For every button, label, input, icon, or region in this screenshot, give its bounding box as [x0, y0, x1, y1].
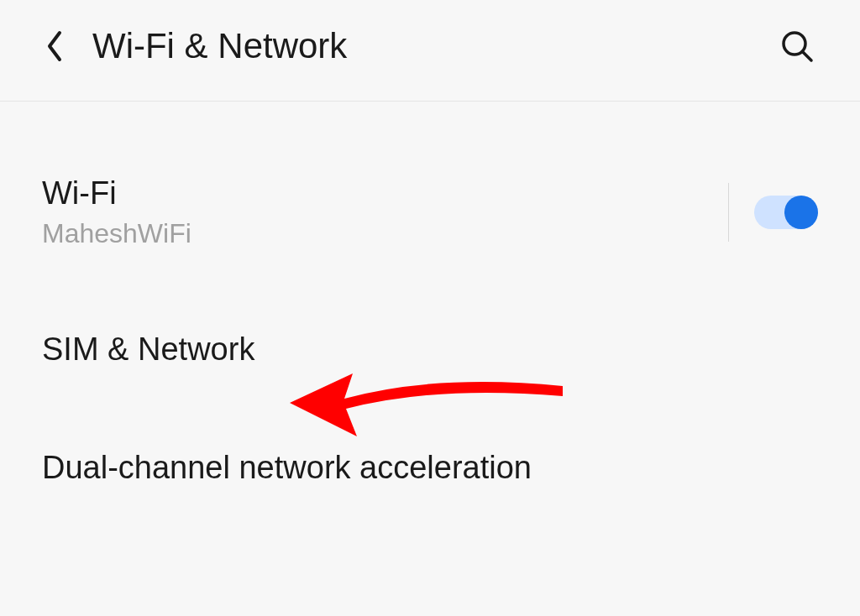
- wifi-toggle-knob: [784, 196, 818, 229]
- sim-title: SIM & Network: [42, 331, 818, 368]
- search-icon: [780, 29, 814, 63]
- dual-channel-row[interactable]: Dual-channel network acceleration: [42, 426, 818, 509]
- chevron-left-icon: [45, 29, 65, 63]
- wifi-title: Wi-Fi: [42, 175, 728, 211]
- back-button[interactable]: [34, 25, 76, 67]
- wifi-toggle[interactable]: [754, 196, 818, 229]
- dual-title: Dual-channel network acceleration: [42, 450, 818, 486]
- sim-row-text: SIM & Network: [42, 331, 818, 368]
- wifi-subtitle: MaheshWiFi: [42, 218, 728, 249]
- wifi-row-right: [728, 183, 818, 242]
- page-title: Wi-Fi & Network: [92, 26, 776, 66]
- search-button[interactable]: [776, 25, 818, 67]
- svg-line-1: [803, 52, 811, 60]
- vertical-divider: [728, 183, 729, 242]
- dual-row-text: Dual-channel network acceleration: [42, 450, 818, 486]
- settings-list: Wi-Fi MaheshWiFi SIM & Network Dual-chan…: [0, 102, 860, 509]
- sim-network-row[interactable]: SIM & Network: [42, 308, 818, 391]
- header: Wi-Fi & Network: [0, 0, 860, 102]
- wifi-row-text: Wi-Fi MaheshWiFi: [42, 175, 728, 249]
- wifi-row[interactable]: Wi-Fi MaheshWiFi: [42, 152, 818, 273]
